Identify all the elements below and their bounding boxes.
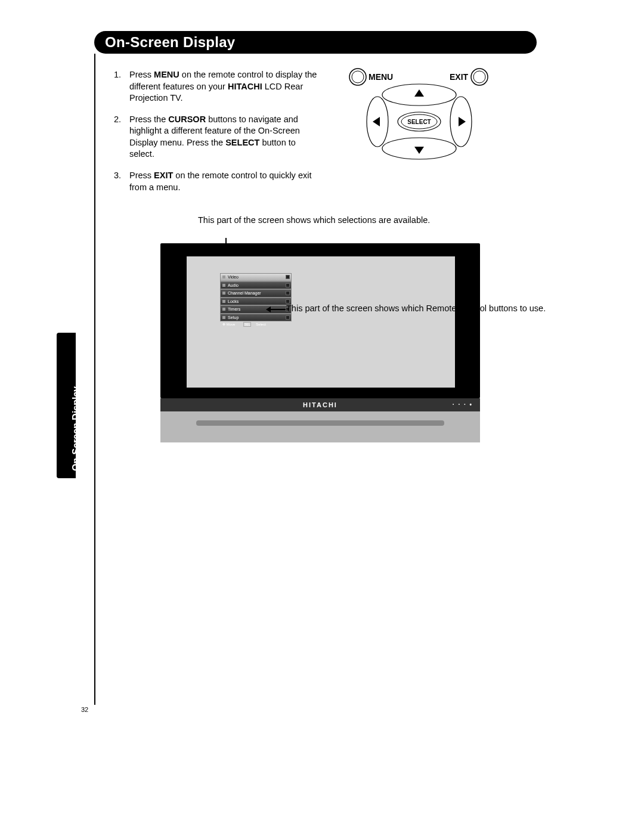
list-number: 2. [114,114,129,160]
callout-top: This part of the screen shows which sele… [198,215,430,227]
osd-item-setup: Setup [220,314,292,322]
select-label: SELECT [407,119,431,125]
margin-rule [94,54,95,705]
instruction-text: Press EXIT on the remote control to quic… [129,170,323,193]
osd-hint-bar: ✥ Move SEL Select [220,321,292,330]
cursor-up-icon [414,89,424,97]
tv-brand: HITACHI [303,401,338,408]
callout-arrow [267,309,286,310]
tv-speaker [196,420,444,426]
osd-item-audio: Audio [220,281,292,290]
cursor-down-icon [414,147,424,154]
svg-point-0 [352,71,364,83]
svg-point-1 [473,71,485,83]
list-number: 3. [114,170,129,193]
osd-menu: Video Audio Channel Manager Locks Timers… [220,273,292,330]
section-title: On-Screen Display [105,34,236,51]
section-header: On-Screen Display [94,31,537,54]
list-number: 1. [114,69,129,104]
tv-screen: Video Audio Channel Manager Locks Timers… [187,256,455,388]
exit-label: EXIT [450,72,469,82]
instruction-item: 3. Press EXIT on the remote control to q… [114,170,323,193]
tv-illustration: Video Audio Channel Manager Locks Timers… [160,243,480,446]
osd-item-video: Video [220,273,292,281]
tv-indicators: · · · • [453,398,473,411]
instruction-text: Press MENU on the remote control to disp… [129,69,323,104]
cursor-right-icon [459,117,466,126]
instruction-list: 1. Press MENU on the remote control to d… [114,69,323,203]
side-tab: On-Screen Display [57,333,76,478]
instruction-item: 1. Press MENU on the remote control to d… [114,69,323,104]
page-number: 32 [81,706,88,713]
tv-brand-bar: HITACHI · · · • [160,398,480,411]
remote-control-diagram: MENU EXIT SELECT [345,67,494,162]
side-tab-label: On-Screen Display [71,340,82,471]
tv-base [160,411,480,442]
osd-item-channel: Channel Manager [220,289,292,298]
osd-item-locks: Locks [220,298,292,306]
cursor-left-icon [373,117,380,126]
menu-label: MENU [369,72,393,82]
instruction-text: Press the CURSOR buttons to navigate and… [129,114,323,160]
callout-right: This part of the screen shows which Remo… [286,303,546,314]
instruction-item: 2. Press the CURSOR buttons to navigate … [114,114,323,160]
